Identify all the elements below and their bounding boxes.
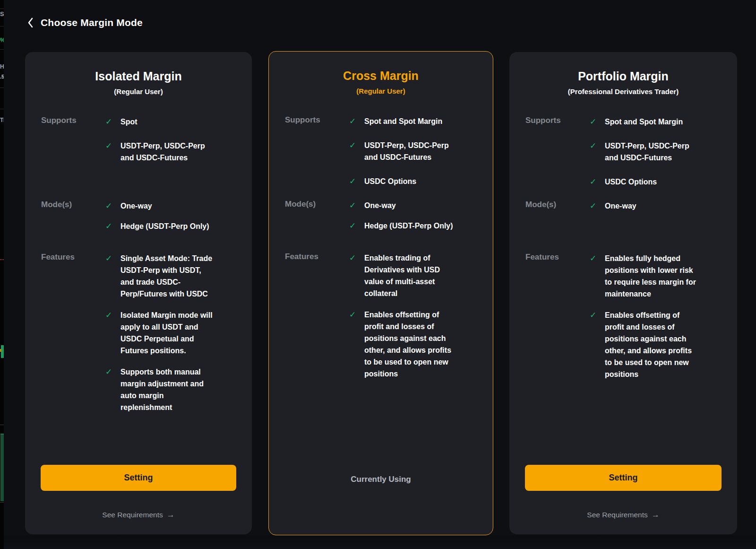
card-subtitle: (Regular User) xyxy=(269,87,493,96)
section-label: Features xyxy=(41,253,105,413)
section-label: Supports xyxy=(41,116,105,164)
check-icon: ✓ xyxy=(105,253,114,300)
card-isolated-margin[interactable]: Isolated Margin (Regular User) Supports … xyxy=(25,52,252,534)
card-title: Isolated Margin xyxy=(25,69,252,83)
list-item: ✓ USDC Options xyxy=(590,176,698,188)
bg-chart-line xyxy=(0,259,4,260)
list-item: ✓ Hedge (USDT-Perp Only) xyxy=(349,220,458,232)
setting-button[interactable]: Setting xyxy=(525,465,722,491)
bg-fragment: S xyxy=(0,10,4,17)
item-text: Spot xyxy=(120,116,137,128)
item-text: USDC Options xyxy=(605,176,657,188)
back-button[interactable] xyxy=(27,17,34,28)
list-item: ✓ Enables offsetting of profit and losse… xyxy=(590,309,698,380)
list-item: ✓ USDC Options xyxy=(349,175,458,187)
item-text: Hedge (USDT-Perp Only) xyxy=(120,220,209,232)
modes-section: Mode(s) ✓ One-way xyxy=(525,200,725,212)
bg-fragment: H xyxy=(0,63,4,70)
item-text: USDT-Perp, USDC-Perp and USDC-Futures xyxy=(605,140,698,164)
see-requirements-link[interactable]: See Requirements → xyxy=(509,510,737,520)
check-icon: ✓ xyxy=(349,115,358,127)
check-icon: ✓ xyxy=(590,116,598,128)
check-icon: ✓ xyxy=(105,116,114,128)
item-text: Spot and Spot Margin xyxy=(364,115,442,127)
check-icon: ✓ xyxy=(349,175,358,187)
list-item: ✓ USDT-Perp, USDC-Perp and USDC-Futures xyxy=(590,140,698,164)
item-text: One-way xyxy=(605,200,636,212)
check-icon: ✓ xyxy=(590,140,598,164)
list-item: ✓ USDT-Perp, USDC-Perp and USDC-Futures xyxy=(349,139,458,163)
list-item: ✓ Spot and Spot Margin xyxy=(349,115,458,127)
section-label: Mode(s) xyxy=(285,200,349,232)
supports-section: Supports ✓ Spot ✓ USDT-Perp, USDC-Perp a… xyxy=(41,116,240,164)
check-icon: ✓ xyxy=(105,140,114,164)
link-label: See Requirements xyxy=(102,510,163,520)
setting-button[interactable]: Setting xyxy=(41,465,236,491)
list-item: ✓ One-way xyxy=(349,200,458,211)
check-icon: ✓ xyxy=(105,200,114,212)
item-text: One-way xyxy=(364,200,396,211)
list-item: ✓ Spot xyxy=(105,116,214,128)
features-section: Features ✓ Single Asset Mode: Trade USDT… xyxy=(41,253,240,413)
section-label: Mode(s) xyxy=(525,200,590,212)
bg-volume-bar xyxy=(0,434,4,501)
card-portfolio-margin[interactable]: Portfolio Margin (Professional Derivativ… xyxy=(509,52,737,534)
check-icon: ✓ xyxy=(105,309,114,357)
item-text: Enables offsetting of profit and losses … xyxy=(364,309,458,380)
arrow-right-icon: → xyxy=(167,510,175,520)
check-icon: ✓ xyxy=(590,309,598,380)
section-label: Supports xyxy=(525,116,590,188)
list-item: ✓ Enables trading of Derivatives with US… xyxy=(349,252,458,299)
check-icon: ✓ xyxy=(349,200,358,211)
card-cross-margin[interactable]: Cross Margin (Regular User) Supports ✓ S… xyxy=(268,51,493,535)
choose-margin-mode-screen: { "header": { "title": "Choose Margin Mo… xyxy=(0,0,756,549)
link-label: See Requirements xyxy=(587,510,647,520)
list-item: ✓ Enables fully hedged positions with lo… xyxy=(590,253,698,300)
item-text: USDC Options xyxy=(364,175,416,187)
see-requirements-link[interactable]: See Requirements → xyxy=(25,510,252,520)
item-text: Hedge (USDT-Perp Only) xyxy=(364,220,453,232)
features-section: Features ✓ Enables fully hedged position… xyxy=(525,253,725,380)
list-item: ✓ Enables offsetting of profit and losse… xyxy=(349,309,458,380)
check-icon: ✓ xyxy=(349,220,358,232)
background-app-edge: S % H .5 Tr xyxy=(0,0,4,549)
item-text: Enables trading of Derivatives with USD … xyxy=(364,252,458,299)
dialog-footer-area xyxy=(4,535,756,549)
check-icon: ✓ xyxy=(349,309,358,380)
item-text: Enables offsetting of profit and losses … xyxy=(605,309,698,380)
item-text: One-way xyxy=(120,200,152,212)
section-label: Features xyxy=(285,252,349,380)
item-text: Isolated Margin mode will apply to all U… xyxy=(120,309,214,357)
supports-section: Supports ✓ Spot and Spot Margin ✓ USDT-P… xyxy=(525,116,725,188)
card-title: Cross Margin xyxy=(269,69,493,83)
supports-section: Supports ✓ Spot and Spot Margin ✓ USDT-P… xyxy=(285,115,481,187)
list-item: ✓ Spot and Spot Margin xyxy=(590,116,698,128)
item-text: Single Asset Mode: Trade USDT-Perp with … xyxy=(120,253,214,300)
check-icon: ✓ xyxy=(105,220,114,232)
dialog-header: Choose Margin Mode xyxy=(27,17,143,28)
list-item: ✓ Isolated Margin mode will apply to all… xyxy=(105,309,214,357)
card-subtitle: (Professional Derivatives Trader) xyxy=(509,87,737,96)
list-item: ✓ One-way xyxy=(105,200,214,212)
bg-fragment: % xyxy=(0,37,4,44)
item-text: USDT-Perp, USDC-Perp and USDC-Futures xyxy=(120,140,214,164)
item-text: Supports both manual margin adjustment a… xyxy=(120,366,214,413)
item-text: Spot and Spot Margin xyxy=(605,116,683,128)
check-icon: ✓ xyxy=(590,253,598,300)
check-icon: ✓ xyxy=(590,200,598,212)
section-label: Mode(s) xyxy=(41,200,105,232)
list-item: ✓ Supports both manual margin adjustment… xyxy=(105,366,214,413)
card-title: Portfolio Margin xyxy=(509,69,737,83)
section-label: Supports xyxy=(285,115,349,187)
item-text: USDT-Perp, USDC-Perp and USDC-Futures xyxy=(364,139,458,163)
currently-using-status: Currently Using xyxy=(269,474,493,485)
bg-chart-tick xyxy=(0,349,1,352)
check-icon: ✓ xyxy=(590,176,598,188)
section-label: Features xyxy=(525,253,590,380)
list-item: ✓ USDT-Perp, USDC-Perp and USDC-Futures xyxy=(105,140,214,164)
check-icon: ✓ xyxy=(349,252,358,299)
modes-section: Mode(s) ✓ One-way ✓ Hedge (USDT-Perp Onl… xyxy=(285,200,481,232)
check-icon: ✓ xyxy=(349,139,358,163)
modes-section: Mode(s) ✓ One-way ✓ Hedge (USDT-Perp Onl… xyxy=(41,200,240,232)
list-item: ✓ One-way xyxy=(590,200,698,212)
